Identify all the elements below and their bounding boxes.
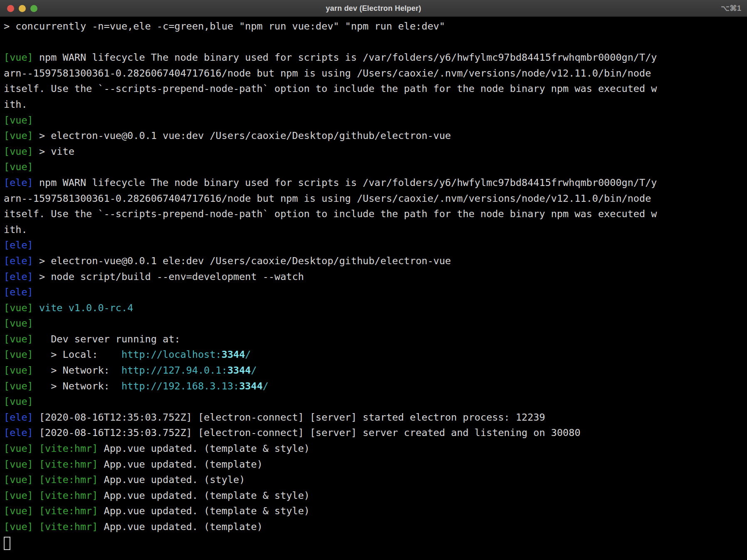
terminal-text-segment: App.vue updated. (template) — [98, 521, 262, 533]
terminal-text-segment: > Local: — [33, 349, 121, 360]
terminal-line — [4, 535, 747, 551]
terminal-line: [vue] > vite — [4, 144, 747, 160]
terminal-text-segment — [33, 458, 39, 470]
terminal-line: [vue] — [4, 159, 747, 175]
terminal-text-segment: / — [251, 364, 257, 376]
terminal-line: arn--1597581300361-0.2826067404717616/no… — [4, 66, 747, 82]
terminal-line: [ele] — [4, 238, 747, 253]
terminal-text-segment: [2020-08-16T12:35:03.752Z] [electron-con… — [33, 427, 581, 439]
window-shortcut-badge: ⌥⌘1 — [721, 4, 741, 13]
terminal-line: [vue] > Network: http://192.168.3.13:334… — [4, 379, 747, 394]
terminal-text-segment: [ele] — [4, 255, 33, 267]
terminal-text-segment: [vue] — [4, 130, 33, 141]
terminal-text-segment: App.vue updated. (template & style) — [98, 490, 309, 501]
terminal-line: [ele] [2020-08-16T12:35:03.752Z] [electr… — [4, 425, 747, 441]
terminal-line: [vue] — [4, 113, 747, 129]
terminal-text-segment: > electron-vue@0.0.1 vue:dev /Users/caox… — [33, 130, 451, 141]
terminal-line: [vue] [vite:hmr] App.vue updated. (templ… — [4, 488, 747, 504]
terminal-text-segment: > electron-vue@0.0.1 ele:dev /Users/caox… — [33, 255, 451, 267]
terminal-line: [ele] > electron-vue@0.0.1 ele:dev /User… — [4, 253, 747, 269]
window-title: yarn dev (Electron Helper) — [0, 4, 747, 13]
terminal-text-segment: > vite — [33, 146, 74, 157]
terminal-line: [vue] [vite:hmr] App.vue updated. (templ… — [4, 441, 747, 457]
terminal-text-segment: npm WARN lifecycle The node binary used … — [33, 52, 657, 63]
terminal-text-segment: > Network: — [33, 364, 121, 376]
terminal-line — [4, 35, 747, 50]
terminal-text-segment: [vite:hmr] — [39, 458, 98, 470]
terminal-text-segment: [vue] — [4, 380, 33, 392]
terminal-line: ith. — [4, 222, 747, 238]
terminal-text-segment: Dev server running at: — [33, 333, 181, 345]
terminal-text-segment: [vue] — [4, 146, 33, 157]
terminal-text-segment: itself. Use the `--scripts-prepend-node-… — [4, 208, 657, 220]
terminal-text-segment: [vue] — [4, 443, 33, 454]
terminal-cursor — [4, 537, 10, 550]
terminal-text-segment: [vue] — [4, 458, 33, 470]
terminal-text-segment: [ele] — [4, 427, 33, 439]
terminal-line: [ele] [2020-08-16T12:35:03.752Z] [electr… — [4, 410, 747, 426]
terminal-text-segment — [33, 521, 39, 533]
title-bar: yarn dev (Electron Helper) ⌥⌘1 — [0, 0, 747, 17]
terminal-text-segment — [33, 505, 39, 517]
terminal-text-segment: [vue] — [4, 161, 33, 173]
terminal-text-segment: [vue] — [4, 521, 33, 533]
terminal-line: [vue] [vite:hmr] App.vue updated. (templ… — [4, 503, 747, 519]
terminal-line: > concurrently -n=vue,ele -c=green,blue … — [4, 19, 747, 35]
terminal-text-segment: arn--1597581300361-0.2826067404717616/no… — [4, 67, 651, 79]
terminal-text-segment: / — [263, 380, 269, 392]
terminal-line: [ele] npm WARN lifecycle The node binary… — [4, 175, 747, 191]
terminal-text-segment: ith. — [4, 99, 27, 110]
terminal-text-segment: http://127.94.0.1: — [121, 364, 228, 376]
terminal-text-segment: itself. Use the `--scripts-prepend-node-… — [4, 83, 657, 94]
terminal-text-segment: [vue] — [4, 505, 33, 517]
terminal-line: [vue] Dev server running at: — [4, 332, 747, 347]
terminal-line: [vue] > Local: http://localhost:3344/ — [4, 347, 747, 363]
terminal-text-segment: [vue] — [4, 490, 33, 501]
terminal-text-segment: 3344 — [222, 349, 245, 360]
terminal-text-segment: [vue] — [4, 474, 33, 486]
terminal-text-segment: [vue] — [4, 114, 33, 126]
terminal-text-segment: [ele] — [4, 177, 33, 188]
terminal-text-segment: App.vue updated. (template) — [98, 458, 262, 470]
terminal-text-segment: App.vue updated. (template & style) — [98, 443, 309, 454]
terminal-text-segment: http://192.168.3.13: — [121, 380, 239, 392]
terminal-text-segment: > node script/build --env=development --… — [33, 271, 304, 282]
terminal-line: [ele] — [4, 285, 747, 300]
terminal-line: ith. — [4, 97, 747, 113]
terminal-text-segment: [vue] — [4, 52, 33, 63]
terminal-text-segment: vite v1.0.0-rc.4 — [39, 302, 133, 314]
terminal-text-segment: > Network: — [33, 380, 121, 392]
terminal-line: [vue] vite v1.0.0-rc.4 — [4, 300, 747, 316]
terminal-text-segment: [vue] — [4, 364, 33, 376]
terminal-text-segment — [33, 302, 39, 314]
terminal-screen[interactable]: > concurrently -n=vue,ele -c=green,blue … — [0, 17, 747, 550]
terminal-text-segment: [vite:hmr] — [39, 474, 98, 486]
terminal-text-segment: http://localhost: — [121, 349, 222, 360]
terminal-text-segment: ith. — [4, 224, 27, 235]
terminal-line: arn--1597581300361-0.2826067404717616/no… — [4, 191, 747, 207]
terminal-text-segment: [vue] — [4, 396, 33, 407]
terminal-line: itself. Use the `--scripts-prepend-node-… — [4, 206, 747, 222]
terminal-text-segment: / — [245, 349, 251, 360]
terminal-line: [vue] [vite:hmr] App.vue updated. (style… — [4, 472, 747, 488]
terminal-line: itself. Use the `--scripts-prepend-node-… — [4, 81, 747, 97]
terminal-text-segment: [ele] — [4, 286, 33, 298]
terminal-text-segment: [vite:hmr] — [39, 505, 98, 517]
terminal-text-segment: arn--1597581300361-0.2826067404717616/no… — [4, 193, 651, 204]
terminal-text-segment: [ele] — [4, 411, 33, 423]
terminal-text-segment: [vite:hmr] — [39, 521, 98, 533]
terminal-text-segment: 3344 — [239, 380, 263, 392]
terminal-text-segment: [vite:hmr] — [39, 443, 98, 454]
terminal-text-segment: [vue] — [4, 333, 33, 345]
terminal-text-segment: npm WARN lifecycle The node binary used … — [33, 177, 657, 188]
terminal-text-segment — [33, 490, 39, 501]
terminal-line: [vue] > Network: http://127.94.0.1:3344/ — [4, 363, 747, 379]
terminal-line: [vue] — [4, 394, 747, 410]
terminal-text-segment: App.vue updated. (style) — [98, 474, 245, 486]
terminal-line: [vue] npm WARN lifecycle The node binary… — [4, 50, 747, 66]
terminal-text-segment — [33, 443, 39, 454]
terminal-line: [vue] > electron-vue@0.0.1 vue:dev /User… — [4, 128, 747, 144]
terminal-line: [vue] [vite:hmr] App.vue updated. (templ… — [4, 457, 747, 473]
terminal-line: [vue] — [4, 316, 747, 332]
terminal-line: [ele] > node script/build --env=developm… — [4, 269, 747, 285]
